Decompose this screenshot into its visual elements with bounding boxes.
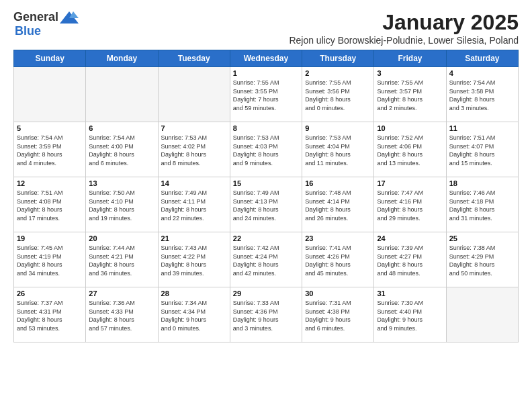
day-number: 5 <box>17 124 83 132</box>
day-number: 29 <box>233 289 299 298</box>
day-cell: 7Sunrise: 7:53 AMSunset: 4:02 PMDaylight… <box>158 122 230 177</box>
day-cell: 27Sunrise: 7:36 AMSunset: 4:33 PMDayligh… <box>86 287 158 342</box>
day-info: Sunrise: 7:51 AMSunset: 4:08 PMDaylight:… <box>17 189 83 222</box>
header: General Blue January 2025 Rejon ulicy Bo… <box>13 10 519 46</box>
day-info: Sunrise: 7:45 AMSunset: 4:19 PMDaylight:… <box>17 244 83 277</box>
col-header-saturday: Saturday <box>446 50 518 67</box>
day-info: Sunrise: 7:33 AMSunset: 4:36 PMDaylight:… <box>233 299 299 332</box>
day-cell: 29Sunrise: 7:33 AMSunset: 4:36 PMDayligh… <box>230 287 302 342</box>
day-number: 20 <box>89 234 154 242</box>
day-info: Sunrise: 7:42 AMSunset: 4:24 PMDaylight:… <box>233 244 299 277</box>
day-cell: 5Sunrise: 7:54 AMSunset: 3:59 PMDaylight… <box>14 122 86 177</box>
day-cell: 19Sunrise: 7:45 AMSunset: 4:19 PMDayligh… <box>14 232 86 287</box>
day-cell: 24Sunrise: 7:39 AMSunset: 4:27 PMDayligh… <box>374 232 446 287</box>
col-header-thursday: Thursday <box>302 50 374 67</box>
day-info: Sunrise: 7:50 AMSunset: 4:10 PMDaylight:… <box>89 189 154 222</box>
col-header-friday: Friday <box>374 50 446 67</box>
day-info: Sunrise: 7:36 AMSunset: 4:33 PMDaylight:… <box>89 299 154 332</box>
col-header-tuesday: Tuesday <box>158 50 230 67</box>
week-row-3: 12Sunrise: 7:51 AMSunset: 4:08 PMDayligh… <box>14 177 519 232</box>
day-info: Sunrise: 7:54 AMSunset: 3:59 PMDaylight:… <box>17 134 83 167</box>
day-info: Sunrise: 7:49 AMSunset: 4:13 PMDaylight:… <box>233 189 299 222</box>
day-cell: 2Sunrise: 7:55 AMSunset: 3:56 PMDaylight… <box>302 67 374 122</box>
day-number: 8 <box>233 124 299 132</box>
day-info: Sunrise: 7:54 AMSunset: 4:00 PMDaylight:… <box>89 134 154 167</box>
day-info: Sunrise: 7:41 AMSunset: 4:26 PMDaylight:… <box>305 244 371 277</box>
day-number: 12 <box>17 179 83 187</box>
day-number: 4 <box>449 69 515 77</box>
day-number: 6 <box>89 124 154 132</box>
day-info: Sunrise: 7:46 AMSunset: 4:18 PMDaylight:… <box>449 189 515 222</box>
month-title: January 2025 <box>289 10 519 35</box>
day-cell: 10Sunrise: 7:52 AMSunset: 4:06 PMDayligh… <box>374 122 446 177</box>
day-cell: 12Sunrise: 7:51 AMSunset: 4:08 PMDayligh… <box>14 177 86 232</box>
day-cell: 1Sunrise: 7:55 AMSunset: 3:55 PMDaylight… <box>230 67 302 122</box>
subtitle: Rejon ulicy Borowskiej-Poludnie, Lower S… <box>289 35 519 46</box>
day-info: Sunrise: 7:48 AMSunset: 4:14 PMDaylight:… <box>305 189 371 222</box>
col-header-wednesday: Wednesday <box>230 50 302 67</box>
day-number: 31 <box>377 289 443 298</box>
header-row: SundayMondayTuesdayWednesdayThursdayFrid… <box>14 50 519 67</box>
day-info: Sunrise: 7:54 AMSunset: 3:58 PMDaylight:… <box>449 79 515 112</box>
day-info: Sunrise: 7:53 AMSunset: 4:02 PMDaylight:… <box>161 134 227 167</box>
day-cell <box>446 287 518 342</box>
day-cell: 18Sunrise: 7:46 AMSunset: 4:18 PMDayligh… <box>446 177 518 232</box>
day-cell: 9Sunrise: 7:53 AMSunset: 4:04 PMDaylight… <box>302 122 374 177</box>
day-info: Sunrise: 7:31 AMSunset: 4:38 PMDaylight:… <box>305 299 371 332</box>
day-cell: 23Sunrise: 7:41 AMSunset: 4:26 PMDayligh… <box>302 232 374 287</box>
day-cell: 15Sunrise: 7:49 AMSunset: 4:13 PMDayligh… <box>230 177 302 232</box>
logo-general: General <box>13 10 58 24</box>
day-info: Sunrise: 7:47 AMSunset: 4:16 PMDaylight:… <box>377 189 443 222</box>
day-cell: 8Sunrise: 7:53 AMSunset: 4:03 PMDaylight… <box>230 122 302 177</box>
day-cell: 3Sunrise: 7:55 AMSunset: 3:57 PMDaylight… <box>374 67 446 122</box>
day-number: 24 <box>377 234 443 242</box>
day-info: Sunrise: 7:34 AMSunset: 4:34 PMDaylight:… <box>161 299 227 332</box>
day-cell: 11Sunrise: 7:51 AMSunset: 4:07 PMDayligh… <box>446 122 518 177</box>
day-cell <box>86 67 158 122</box>
day-cell: 25Sunrise: 7:38 AMSunset: 4:29 PMDayligh… <box>446 232 518 287</box>
day-number: 13 <box>89 179 154 187</box>
week-row-1: 1Sunrise: 7:55 AMSunset: 3:55 PMDaylight… <box>14 67 519 122</box>
week-row-5: 26Sunrise: 7:37 AMSunset: 4:31 PMDayligh… <box>14 287 519 342</box>
day-info: Sunrise: 7:51 AMSunset: 4:07 PMDaylight:… <box>449 134 515 167</box>
day-info: Sunrise: 7:53 AMSunset: 4:03 PMDaylight:… <box>233 134 299 167</box>
day-number: 1 <box>233 69 299 77</box>
day-cell: 28Sunrise: 7:34 AMSunset: 4:34 PMDayligh… <box>158 287 230 342</box>
logo-blue: Blue <box>15 24 41 38</box>
day-info: Sunrise: 7:38 AMSunset: 4:29 PMDaylight:… <box>449 244 515 277</box>
day-info: Sunrise: 7:55 AMSunset: 3:56 PMDaylight:… <box>305 79 371 112</box>
day-info: Sunrise: 7:44 AMSunset: 4:21 PMDaylight:… <box>89 244 154 277</box>
day-number: 21 <box>161 234 227 242</box>
day-info: Sunrise: 7:53 AMSunset: 4:04 PMDaylight:… <box>305 134 371 167</box>
day-cell <box>14 67 86 122</box>
day-number: 3 <box>377 69 443 77</box>
day-info: Sunrise: 7:55 AMSunset: 3:57 PMDaylight:… <box>377 79 443 112</box>
day-cell: 6Sunrise: 7:54 AMSunset: 4:00 PMDaylight… <box>86 122 158 177</box>
day-number: 28 <box>161 289 227 298</box>
day-cell: 4Sunrise: 7:54 AMSunset: 3:58 PMDaylight… <box>446 67 518 122</box>
day-info: Sunrise: 7:52 AMSunset: 4:06 PMDaylight:… <box>377 134 443 167</box>
day-cell: 13Sunrise: 7:50 AMSunset: 4:10 PMDayligh… <box>86 177 158 232</box>
logo: General Blue <box>13 10 80 38</box>
day-info: Sunrise: 7:37 AMSunset: 4:31 PMDaylight:… <box>17 299 83 332</box>
day-number: 19 <box>17 234 83 242</box>
day-cell <box>158 67 230 122</box>
col-header-monday: Monday <box>86 50 158 67</box>
day-cell: 16Sunrise: 7:48 AMSunset: 4:14 PMDayligh… <box>302 177 374 232</box>
day-cell: 17Sunrise: 7:47 AMSunset: 4:16 PMDayligh… <box>374 177 446 232</box>
day-cell: 21Sunrise: 7:43 AMSunset: 4:22 PMDayligh… <box>158 232 230 287</box>
day-number: 16 <box>305 179 371 187</box>
day-number: 15 <box>233 179 299 187</box>
day-info: Sunrise: 7:55 AMSunset: 3:55 PMDaylight:… <box>233 79 299 112</box>
day-cell: 20Sunrise: 7:44 AMSunset: 4:21 PMDayligh… <box>86 232 158 287</box>
day-number: 26 <box>17 289 83 298</box>
calendar: SundayMondayTuesdayWednesdayThursdayFrid… <box>13 50 519 342</box>
day-number: 2 <box>305 69 371 77</box>
day-number: 9 <box>305 124 371 132</box>
logo-icon <box>60 11 79 24</box>
day-info: Sunrise: 7:30 AMSunset: 4:40 PMDaylight:… <box>377 299 443 332</box>
day-number: 14 <box>161 179 227 187</box>
day-cell: 30Sunrise: 7:31 AMSunset: 4:38 PMDayligh… <box>302 287 374 342</box>
day-number: 27 <box>89 289 154 298</box>
day-info: Sunrise: 7:43 AMSunset: 4:22 PMDaylight:… <box>161 244 227 277</box>
